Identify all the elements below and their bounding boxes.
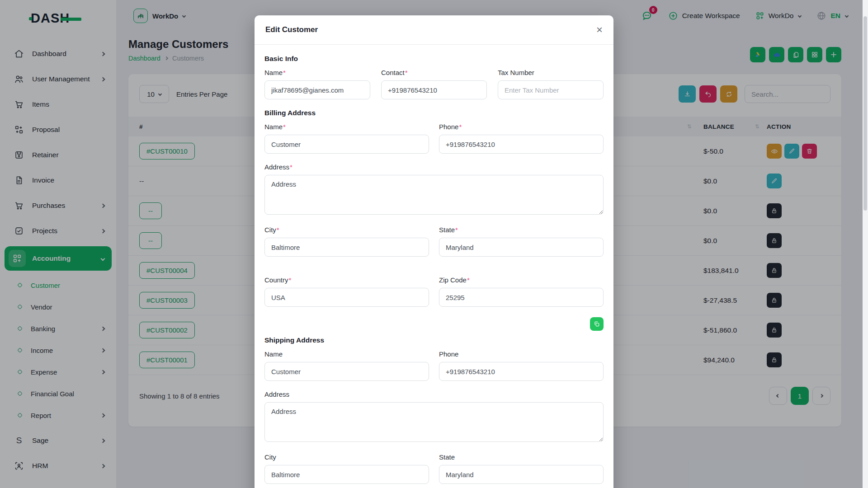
section-heading-billing-address: Billing Address <box>264 109 604 117</box>
shipping-state-field[interactable] <box>439 465 604 484</box>
modal-header: Edit Customer × <box>255 15 613 45</box>
copy-billing-to-shipping-button[interactable] <box>590 317 604 331</box>
scrollbar-thumb[interactable] <box>863 16 867 211</box>
copy-icon <box>594 321 600 327</box>
scrollbar-track[interactable] <box>863 0 868 488</box>
billing-address-label: Address* <box>264 163 604 171</box>
required-mark: * <box>467 276 470 284</box>
modal-body: Basic Info Name* Contact* Tax Number Bil… <box>255 45 613 488</box>
required-mark: * <box>405 69 408 76</box>
shipping-phone-field[interactable] <box>439 362 604 381</box>
app-window: DASH Dashboard User Management <box>0 0 868 488</box>
billing-name-field[interactable] <box>264 135 429 154</box>
shipping-phone-label: Phone <box>439 350 604 358</box>
contact-label: Contact* <box>381 69 487 76</box>
shipping-name-field[interactable] <box>264 362 429 381</box>
close-icon[interactable]: × <box>596 24 603 35</box>
shipping-city-field[interactable] <box>264 465 429 484</box>
contact-field[interactable] <box>381 80 487 99</box>
required-mark: * <box>290 163 292 171</box>
billing-country-label: Country* <box>264 276 429 284</box>
section-heading-shipping-address: Shipping Address <box>264 336 604 344</box>
shipping-state-label: State <box>439 453 604 461</box>
shipping-address-label: Address <box>264 390 604 398</box>
billing-address-field[interactable]: Address <box>264 175 604 215</box>
name-label: Name* <box>264 69 370 76</box>
billing-zip-field[interactable] <box>439 288 604 307</box>
required-mark: * <box>283 123 286 131</box>
shipping-address-field[interactable]: Address <box>264 402 604 442</box>
billing-country-field[interactable] <box>264 288 429 307</box>
name-field[interactable] <box>264 80 370 99</box>
shipping-name-label: Name <box>264 350 429 358</box>
billing-city-field[interactable] <box>264 238 429 257</box>
tax-number-field[interactable] <box>498 80 604 99</box>
shipping-city-label: City <box>264 453 429 461</box>
billing-name-label: Name* <box>264 123 429 131</box>
billing-phone-label: Phone* <box>439 123 604 131</box>
section-heading-basic-info: Basic Info <box>264 55 604 63</box>
modal-title: Edit Customer <box>265 25 318 34</box>
billing-phone-field[interactable] <box>439 135 604 154</box>
required-mark: * <box>455 226 458 234</box>
required-mark: * <box>283 69 286 76</box>
required-mark: * <box>289 276 292 284</box>
required-mark: * <box>459 123 462 131</box>
billing-state-field[interactable] <box>439 238 604 257</box>
tax-number-label: Tax Number <box>498 69 604 76</box>
required-mark: * <box>277 226 279 234</box>
billing-zip-label: Zip Code* <box>439 276 604 284</box>
billing-city-label: City* <box>264 226 429 234</box>
billing-state-label: State* <box>439 226 604 234</box>
edit-customer-modal: Edit Customer × Basic Info Name* Contact… <box>255 15 613 488</box>
